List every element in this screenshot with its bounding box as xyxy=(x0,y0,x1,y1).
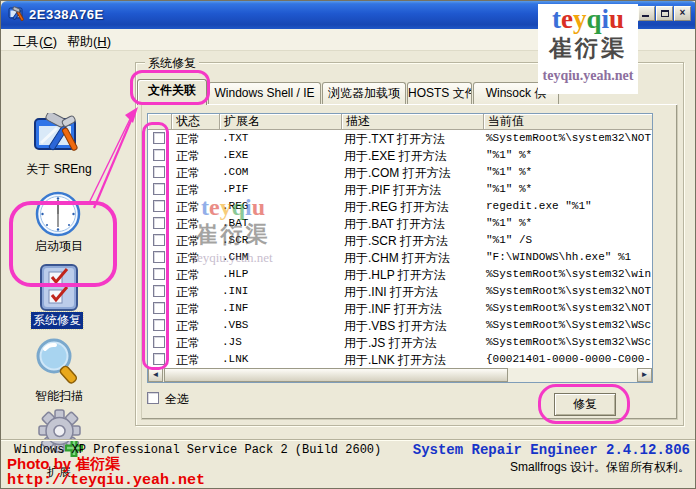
cell-desc: 用于.CHM 打开方法 xyxy=(344,250,450,267)
scroll-left-icon[interactable]: ◄ xyxy=(148,368,163,382)
horizontal-scrollbar[interactable]: ◄ ► xyxy=(148,368,652,382)
row-checkbox[interactable] xyxy=(153,285,165,297)
sidebar-label-about[interactable]: 关于 SREng xyxy=(1,161,117,178)
cell-ext: .EXE xyxy=(222,149,248,161)
tab-windows-shell-ie[interactable]: Windows Shell / IE xyxy=(208,82,321,105)
logo-letter: y xyxy=(573,4,587,34)
cell-value: %SystemRoot%\system32\NOT xyxy=(486,132,651,144)
table-row[interactable]: 正常.TXT用于.TXT 打开方法%SystemRoot%\system32\N… xyxy=(148,130,652,147)
cell-status: 正常 xyxy=(176,335,200,352)
row-checkbox[interactable] xyxy=(153,132,165,144)
sidebar-label-startup[interactable]: 启动项目 xyxy=(1,238,117,255)
sidebar-item-about[interactable] xyxy=(31,113,87,159)
sidebar-item-scan[interactable] xyxy=(31,337,83,387)
cell-desc: 用于.JS 打开方法 xyxy=(344,335,437,352)
repair-button[interactable]: 修复 xyxy=(554,393,616,416)
designer-credit-text: Smallfrogs 设计。保留所有权利。 xyxy=(510,459,690,476)
tab-browser-addons[interactable]: 浏览器加载项 xyxy=(322,82,406,105)
row-checkbox[interactable] xyxy=(153,251,165,263)
cell-value: "%1" /S xyxy=(486,234,532,246)
table-row[interactable]: 正常.INF用于.INF 打开方法%SystemRoot%\system32\N… xyxy=(148,300,652,317)
row-checkbox[interactable] xyxy=(153,166,165,178)
cell-value: %SystemRoot%\system32\NOT xyxy=(486,302,651,314)
logo-letter: q xyxy=(586,4,601,34)
column-header-status[interactable]: 状态 xyxy=(172,114,220,130)
column-header-description[interactable]: 描述 xyxy=(342,114,484,130)
tab-file-associations[interactable]: 文件关联 xyxy=(137,79,207,105)
cell-status: 正常 xyxy=(176,301,200,318)
menu-help[interactable]: 帮助(H) xyxy=(63,32,115,52)
table-row[interactable]: 正常.LNK用于.LNK 打开方法{00021401-0000-0000-C00… xyxy=(148,351,652,368)
cell-desc: 用于.COM 打开方法 xyxy=(344,165,451,182)
row-checkbox[interactable] xyxy=(153,353,165,365)
logo-letter: u xyxy=(252,194,265,220)
sidebar-label-scan[interactable]: 智能扫描 xyxy=(1,388,117,405)
tab-hosts-file[interactable]: HOSTS 文件 xyxy=(407,82,472,105)
watermark-name: 崔衍渠 xyxy=(177,220,289,250)
sidebar: 关于 SREng 启动项目 xyxy=(1,51,133,439)
logo-letter: y xyxy=(220,194,232,220)
cell-desc: 用于.BAT 打开方法 xyxy=(344,216,445,233)
repair-checklist-icon xyxy=(37,263,81,313)
cell-status: 正常 xyxy=(176,131,200,148)
groupbox-label: 系统修复 xyxy=(145,55,199,72)
scroll-right-icon[interactable]: ► xyxy=(637,368,652,382)
close-button[interactable]: × xyxy=(674,6,691,21)
watermark-table-overlay: teyqiu 崔衍渠 teyqiu.yeah.net xyxy=(177,194,289,266)
cell-value: "%1" %* xyxy=(486,183,532,195)
minimize-button[interactable] xyxy=(638,6,655,21)
cell-ext: .INI xyxy=(222,285,248,297)
cell-value: regedit.exe "%1" xyxy=(486,200,592,212)
cell-desc: 用于.PIF 打开方法 xyxy=(344,182,441,199)
table-row[interactable]: 正常.COM用于.COM 打开方法"%1" %* xyxy=(148,164,652,181)
cell-desc: 用于.LNK 打开方法 xyxy=(344,352,446,369)
table-row[interactable]: 正常.HLP用于.HLP 打开方法%SystemRoot%\system32\w… xyxy=(148,266,652,283)
menu-tools[interactable]: 工具(C) xyxy=(9,32,61,52)
row-checkbox[interactable] xyxy=(153,149,165,161)
column-header-checkbox[interactable] xyxy=(148,114,172,130)
row-checkbox[interactable] xyxy=(153,200,165,212)
logo-letter: i xyxy=(245,194,252,220)
cell-desc: 用于.INI 打开方法 xyxy=(344,284,438,301)
maximize-button[interactable] xyxy=(656,6,673,21)
cell-desc: 用于.INF 打开方法 xyxy=(344,301,442,318)
cell-value: %SystemRoot%\system32\win xyxy=(486,268,651,280)
maximize-icon xyxy=(661,10,669,17)
sreng-window: 2E338A76E × 工具(C) 帮助(H) 关于 SREng xyxy=(0,0,696,489)
window-title: 2E338A76E xyxy=(29,7,104,22)
row-checkbox[interactable] xyxy=(153,302,165,314)
row-checkbox[interactable] xyxy=(153,183,165,195)
row-checkbox[interactable] xyxy=(153,268,165,280)
table-row[interactable]: 正常.EXE用于.EXE 打开方法"%1" %* xyxy=(148,147,652,164)
select-all-label[interactable]: 全选 xyxy=(165,391,189,408)
table-row[interactable]: 正常.JS用于.JS 打开方法%SystemRoot%\System32\WSc xyxy=(148,334,652,351)
select-all-checkbox[interactable] xyxy=(147,392,159,404)
row-checkbox[interactable] xyxy=(153,336,165,348)
cell-value: {00021401-0000-0000-C000- xyxy=(486,353,651,365)
scrollbar-thumb[interactable] xyxy=(164,368,508,382)
logo-letter: q xyxy=(232,194,245,220)
table-row[interactable]: 正常.VBS用于.VBS 打开方法%SystemRoot%\System32\W… xyxy=(148,317,652,334)
logo-letter: i xyxy=(601,4,609,34)
column-header-extension[interactable]: 扩展名 xyxy=(220,114,342,130)
sidebar-item-repair[interactable] xyxy=(37,263,81,313)
sidebar-label-repair[interactable]: 系统修复 xyxy=(31,312,83,329)
cell-value: "%1" %* xyxy=(486,166,532,178)
watermark-site: teyqiu.yeah.net xyxy=(177,250,289,266)
column-header-value[interactable]: 当前值 xyxy=(484,114,653,130)
cell-desc: 用于.TXT 打开方法 xyxy=(344,131,445,148)
row-checkbox[interactable] xyxy=(153,217,165,229)
sidebar-item-startup[interactable] xyxy=(34,191,82,237)
row-checkbox[interactable] xyxy=(153,319,165,331)
logo-letter: e xyxy=(209,194,220,220)
table-row[interactable]: 正常.INI用于.INI 打开方法%SystemRoot%\system32\N… xyxy=(148,283,652,300)
cell-status: 正常 xyxy=(176,352,200,369)
cell-value: %SystemRoot%\System32\WSc xyxy=(486,336,651,348)
app-version-text: System Repair Engineer 2.4.12.806 xyxy=(413,442,690,458)
cell-ext: .LNK xyxy=(222,353,248,365)
cell-value: "%1" %* xyxy=(486,217,532,229)
cell-status: 正常 xyxy=(176,284,200,301)
cell-value: "%1" %* xyxy=(486,149,532,161)
cell-desc: 用于.EXE 打开方法 xyxy=(344,148,447,165)
row-checkbox[interactable] xyxy=(153,234,165,246)
